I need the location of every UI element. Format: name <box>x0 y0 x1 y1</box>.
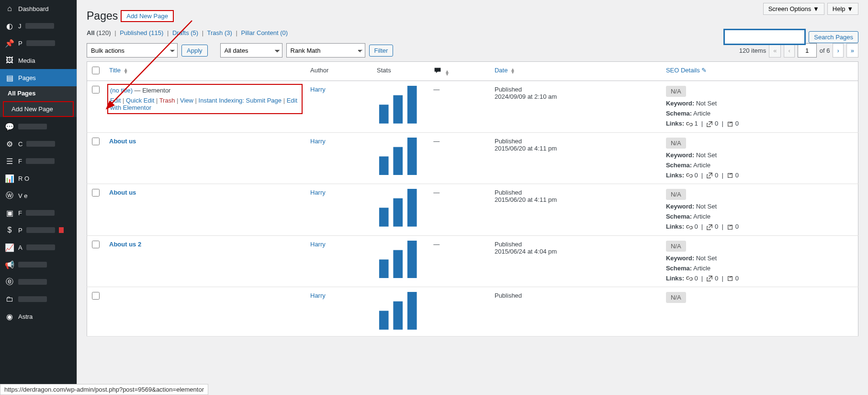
menu-comments[interactable]: 💬 <box>0 118 77 135</box>
filter-trash[interactable]: Trash (3) <box>207 29 232 36</box>
main-content: Screen Options ▼ Help ▼ Pages Add New Pa… <box>77 0 868 395</box>
seo-badge: N/A <box>666 86 686 97</box>
admin-sidebar: ⌂Dashboard ◐J 📌P 🖼Media ▤Pages All Pages… <box>0 0 77 395</box>
menu-item[interactable]: ⚙C <box>0 135 77 152</box>
menu-astra[interactable]: ◉Astra <box>0 308 77 325</box>
svg-rect-15 <box>407 292 417 330</box>
page-last-button[interactable]: » <box>846 43 858 58</box>
col-seo[interactable]: SEO Details ✎ <box>666 67 707 74</box>
action-edit[interactable]: Edit <box>110 97 121 104</box>
bulk-actions-select[interactable]: Bulk actions <box>87 43 178 58</box>
row-checkbox[interactable] <box>92 189 100 197</box>
submenu-add-new[interactable]: Add New Page <box>3 101 74 117</box>
page-total: of 6 <box>820 47 830 54</box>
menu-item[interactable]: $P <box>0 221 77 239</box>
menu-item[interactable]: ⓔ <box>0 273 77 290</box>
author-link[interactable]: Harry <box>310 138 326 145</box>
row-checkbox[interactable] <box>92 86 100 93</box>
svg-rect-10 <box>379 259 389 278</box>
comments-cell: — <box>428 235 490 287</box>
page-title-link[interactable]: About us <box>109 138 136 145</box>
page-first-button[interactable]: « <box>769 43 781 58</box>
comments-cell <box>428 287 490 337</box>
stats-cell[interactable] <box>372 235 428 287</box>
row-checkbox[interactable] <box>92 241 100 248</box>
menu-item[interactable]: ⓦV e <box>0 187 77 204</box>
menu-posts[interactable]: 📌P <box>0 35 77 52</box>
stats-cell[interactable] <box>372 81 428 133</box>
comments-cell: — <box>428 81 490 133</box>
add-new-page-button[interactable]: Add New Page <box>121 10 174 22</box>
menu-dashboard[interactable]: ⌂Dashboard <box>0 0 77 17</box>
author-link[interactable]: Harry <box>310 189 326 196</box>
menu-item[interactable]: 📊R O <box>0 170 77 187</box>
action-instant-indexing[interactable]: Instant Indexing: Submit Page <box>199 97 282 104</box>
page-current-input[interactable] <box>798 43 817 58</box>
col-comments[interactable]: ▲▼ <box>428 62 490 81</box>
page-header: Pages Add New Page <box>87 10 858 23</box>
menu-pages[interactable]: ▤Pages <box>0 69 77 86</box>
page-prev-button[interactable]: ‹ <box>784 43 794 58</box>
page-title-link[interactable]: About us 2 <box>109 241 141 248</box>
submenu-all-pages[interactable]: All Pages <box>0 86 77 100</box>
comment-icon <box>433 67 442 74</box>
select-all-checkbox[interactable] <box>92 67 100 74</box>
svg-rect-8 <box>393 198 403 227</box>
table-row: HarryPublishedN/A <box>87 287 858 337</box>
search-input[interactable] <box>724 30 805 44</box>
menu-item[interactable]: ▣F <box>0 204 77 221</box>
circle-icon: ◐ <box>5 21 14 31</box>
stats-cell[interactable] <box>372 132 428 184</box>
date-cell: Published2015/06/20 at 4:11 pm <box>490 132 661 184</box>
filter-all[interactable]: All <box>87 29 95 36</box>
col-date[interactable]: Date ▲▼ <box>495 67 515 74</box>
row-checkbox[interactable] <box>92 138 100 145</box>
dates-select[interactable]: All dates <box>220 43 282 58</box>
action-trash[interactable]: Trash <box>159 97 175 104</box>
chart-icon: 📊 <box>5 174 14 183</box>
search-button[interactable]: Search Pages <box>809 31 858 43</box>
astra-icon: ◉ <box>5 312 14 321</box>
page-icon: ▤ <box>5 73 14 82</box>
filter-pillar[interactable]: Pillar Content (0) <box>241 29 288 36</box>
author-link[interactable]: Harry <box>310 292 326 299</box>
page-title-link[interactable]: About us <box>109 189 136 196</box>
page-title-link[interactable]: (no title) <box>110 87 133 94</box>
row-checkbox[interactable] <box>92 292 100 300</box>
page-next-button[interactable]: › <box>833 43 843 58</box>
top-buttons: Screen Options ▼ Help ▼ <box>763 3 858 15</box>
menu-item[interactable]: ◐J <box>0 17 77 35</box>
item-count: 120 items <box>739 47 766 54</box>
menu-item[interactable]: 🗀 <box>0 290 77 308</box>
action-view[interactable]: View <box>180 97 193 104</box>
stats-cell[interactable] <box>372 287 428 337</box>
stats-icon <box>377 138 424 175</box>
table-row: About us 2Harry—Published2015/06/24 at 4… <box>87 235 858 287</box>
filter-button[interactable]: Filter <box>369 45 394 57</box>
pagination: 120 items « ‹ of 6 › » <box>739 43 858 58</box>
filter-published[interactable]: Published (115) <box>120 29 163 36</box>
menu-item[interactable]: 📈A <box>0 239 77 256</box>
menu-item[interactable]: 📢 <box>0 256 77 273</box>
folder-icon: ▣ <box>5 208 14 218</box>
elementor-icon: ⓔ <box>5 277 14 287</box>
menu-item[interactable]: ☰F <box>0 152 77 170</box>
screen-options-button[interactable]: Screen Options ▼ <box>763 3 824 15</box>
menu-media[interactable]: 🖼Media <box>0 52 77 69</box>
svg-rect-7 <box>379 208 389 226</box>
action-quick-edit[interactable]: Quick Edit <box>126 97 154 104</box>
page-title: Pages <box>87 10 118 23</box>
badge-icon <box>59 227 64 233</box>
folder-icon: 🗀 <box>5 294 14 304</box>
pages-submenu: All Pages Add New Page <box>0 86 77 117</box>
seo-select[interactable]: Rank Math <box>286 43 365 58</box>
pin-icon: 📌 <box>5 38 14 48</box>
sort-icon: ▲▼ <box>445 70 450 76</box>
help-button[interactable]: Help ▼ <box>827 3 858 15</box>
stats-cell[interactable] <box>372 184 428 236</box>
author-link[interactable]: Harry <box>310 86 326 93</box>
apply-button[interactable]: Apply <box>181 45 208 57</box>
col-title[interactable]: Title ▲▼ <box>109 67 128 74</box>
filter-drafts[interactable]: Drafts (5) <box>172 29 198 36</box>
author-link[interactable]: Harry <box>310 241 326 248</box>
